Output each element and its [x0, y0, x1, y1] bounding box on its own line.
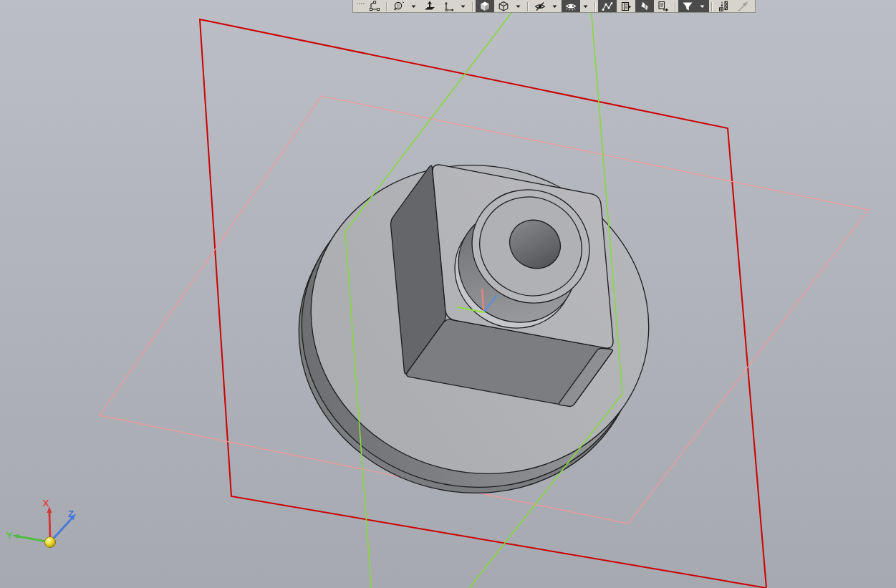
triad-label-x: X: [43, 498, 49, 509]
prism-icon: [639, 1, 650, 12]
toolbar-separator: [386, 2, 387, 11]
toolbar-separator: [675, 2, 676, 11]
show-objects-dropdown[interactable]: [580, 0, 592, 12]
plane-arrow-icon: [424, 1, 435, 12]
grip-dots-icon: [356, 1, 365, 12]
dropdown-arrow-icon: [551, 1, 560, 12]
polyline-points-icon: [602, 1, 613, 12]
eye-icon: [565, 1, 577, 12]
viewport-3d[interactable]: XZY: [0, 0, 896, 588]
funnel-icon: [682, 1, 693, 12]
wireframe-view-button[interactable]: [494, 0, 513, 12]
zoom-area-icon: [393, 1, 405, 12]
eyedropper-button: [733, 0, 752, 12]
toolbar-separator: [472, 2, 473, 11]
hide-objects-dropdown[interactable]: [549, 0, 562, 12]
toolbar: [352, 0, 756, 13]
toolbar-separator: [711, 2, 713, 11]
dropdown-arrow-icon: [410, 1, 419, 12]
toolbar-grip[interactable]: [356, 0, 365, 12]
filter-button[interactable]: [678, 0, 697, 12]
zoom-dropdown[interactable]: [408, 0, 420, 12]
toolbar-separator: [594, 2, 596, 11]
solids-button[interactable]: [635, 0, 654, 12]
copy-properties-button[interactable]: [654, 0, 673, 12]
show-objects-button[interactable]: [562, 0, 580, 12]
triad-arrowhead-y: [12, 534, 19, 539]
zoom-area-button[interactable]: [390, 0, 408, 12]
dropdown-arrow-icon: [460, 1, 468, 12]
orient-normal-button[interactable]: [420, 0, 439, 12]
triad-label-y: Y: [6, 530, 13, 541]
hide-objects-button[interactable]: [531, 0, 549, 12]
snap-points-button[interactable]: [598, 0, 617, 12]
section-book-icon: [620, 1, 632, 12]
dropdown-arrow-icon: [582, 1, 591, 12]
triad-label-z: Z: [68, 509, 74, 519]
eye-slash-icon: [534, 1, 546, 12]
dropdown-arrow-icon: [515, 1, 524, 12]
toolbar-separator: [527, 2, 529, 11]
move-axes-icon: [443, 1, 454, 12]
triad-origin-sphere: [45, 537, 56, 548]
measure-button[interactable]: [715, 0, 733, 12]
sketch-frame-icon: [369, 1, 380, 12]
shaded-view-button[interactable]: [476, 0, 494, 12]
section-view-button[interactable]: [617, 0, 635, 12]
display-mode-dropdown[interactable]: [513, 0, 525, 12]
move-axes-dropdown[interactable]: [458, 0, 470, 12]
dropdown-arrow-icon: [699, 1, 708, 12]
dropper-icon: [737, 1, 748, 12]
copy-sheet-icon: [657, 1, 669, 12]
move-axes-button[interactable]: [439, 0, 458, 12]
filter-dropdown[interactable]: [697, 0, 709, 12]
measure-icon: [718, 1, 730, 12]
cube-shaded-icon: [479, 1, 491, 12]
sketch-button[interactable]: [365, 0, 384, 12]
cube-wireframe-icon: [498, 1, 509, 12]
